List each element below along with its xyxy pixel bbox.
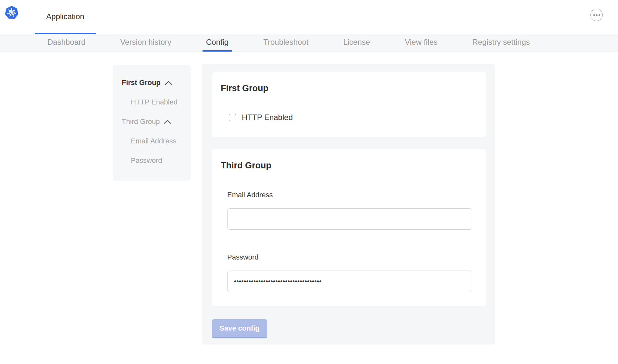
password-label: Password — [227, 253, 476, 261]
save-config-button[interactable]: Save config — [212, 319, 267, 338]
tab-troubleshoot[interactable]: Troubleshoot — [260, 34, 312, 52]
sidebar-item-http-enabled[interactable]: HTTP Enabled — [113, 92, 191, 112]
sidebar-item-label: HTTP Enabled — [131, 98, 178, 106]
tab-view-files[interactable]: View files — [401, 34, 441, 52]
sidebar-item-label: Third Group — [122, 117, 160, 126]
config-content: First Group HTTP Enabled Third Group Ema… — [0, 52, 618, 364]
http-enabled-checkbox[interactable] — [229, 114, 236, 121]
sidebar-item-password[interactable]: Password — [113, 151, 191, 170]
tab-config[interactable]: Config — [203, 34, 232, 52]
sidebar-item-label: First Group — [122, 79, 161, 87]
group-title: Third Group — [221, 161, 476, 171]
config-group-nav: First Group HTTP Enabled Third Group Ema… — [113, 65, 191, 181]
tab-application-label: Application — [46, 12, 84, 21]
tab-dashboard[interactable]: Dashboard — [44, 34, 89, 52]
sidebar-item-first-group[interactable]: First Group — [113, 73, 191, 92]
chevron-up-icon — [165, 81, 172, 85]
overflow-menu-button[interactable] — [590, 9, 603, 21]
sidebar-item-email-address[interactable]: Email Address — [113, 131, 191, 151]
http-enabled-field: HTTP Enabled — [229, 113, 476, 122]
tab-application[interactable]: Application — [35, 0, 96, 34]
group-title: First Group — [221, 83, 476, 93]
email-address-input[interactable] — [227, 208, 472, 230]
tab-license[interactable]: License — [340, 34, 374, 52]
chevron-up-icon — [164, 120, 171, 124]
config-page: Application Dashboard Version history Co… — [0, 0, 618, 364]
sidebar-item-label: Email Address — [131, 137, 177, 145]
tab-registry-settings[interactable]: Registry settings — [469, 34, 533, 52]
sidebar-item-third-group[interactable]: Third Group — [113, 112, 191, 131]
password-input[interactable] — [227, 271, 472, 292]
top-bar: Application — [0, 0, 618, 34]
kubernetes-logo-icon — [5, 6, 19, 20]
tab-version-history[interactable]: Version history — [117, 34, 175, 52]
config-group-card-first: First Group HTTP Enabled — [212, 72, 486, 137]
app-subnav: Dashboard Version history Config Trouble… — [0, 34, 618, 52]
config-group-card-third: Third Group Email Address Password — [212, 149, 486, 306]
ellipsis-icon — [593, 14, 595, 16]
sidebar-item-label: Password — [131, 156, 162, 165]
http-enabled-label: HTTP Enabled — [242, 113, 293, 122]
email-address-label: Email Address — [227, 191, 476, 199]
config-form-panel: First Group HTTP Enabled Third Group Ema… — [202, 64, 495, 345]
